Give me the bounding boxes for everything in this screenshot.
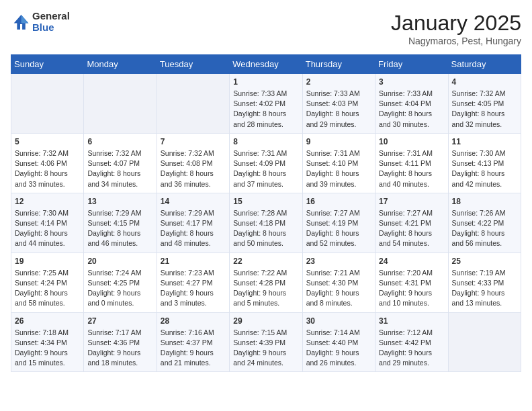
header-day: Friday: [375, 55, 448, 74]
day-info: Sunrise: 7:24 AMSunset: 4:25 PMDaylight:…: [87, 268, 152, 309]
calendar-cell: [157, 74, 229, 134]
day-info: Sunrise: 7:29 AMSunset: 4:15 PMDaylight:…: [87, 208, 152, 249]
day-info: Sunrise: 7:15 AMSunset: 4:39 PMDaylight:…: [233, 328, 298, 369]
day-number: 24: [379, 257, 444, 266]
day-info: Sunrise: 7:26 AMSunset: 4:22 PMDaylight:…: [452, 208, 517, 249]
calendar-cell: 15Sunrise: 7:28 AMSunset: 4:18 PMDayligh…: [230, 193, 302, 253]
day-info: Sunrise: 7:31 AMSunset: 4:10 PMDaylight:…: [306, 148, 371, 189]
day-info: Sunrise: 7:21 AMSunset: 4:30 PMDaylight:…: [306, 268, 371, 309]
calendar-cell: 21Sunrise: 7:23 AMSunset: 4:27 PMDayligh…: [157, 253, 229, 312]
day-info: Sunrise: 7:19 AMSunset: 4:33 PMDaylight:…: [452, 268, 517, 309]
calendar-body: 1Sunrise: 7:33 AMSunset: 4:02 PMDaylight…: [11, 74, 521, 372]
calendar-cell: 29Sunrise: 7:15 AMSunset: 4:39 PMDayligh…: [230, 312, 302, 372]
day-number: 30: [306, 316, 371, 326]
day-number: 26: [15, 316, 80, 326]
svg-marker-1: [21, 15, 29, 23]
month-title: January 2025: [391, 11, 521, 36]
day-number: 9: [306, 137, 371, 146]
day-info: Sunrise: 7:23 AMSunset: 4:27 PMDaylight:…: [161, 268, 226, 309]
day-number: 3: [379, 77, 444, 87]
day-number: 7: [161, 137, 226, 146]
header-day: Monday: [84, 55, 157, 74]
calendar-cell: 4Sunrise: 7:32 AMSunset: 4:05 PMDaylight…: [448, 74, 521, 134]
calendar-cell: 25Sunrise: 7:19 AMSunset: 4:33 PMDayligh…: [448, 253, 521, 312]
day-info: Sunrise: 7:32 AMSunset: 4:08 PMDaylight:…: [161, 148, 226, 189]
day-info: Sunrise: 7:32 AMSunset: 4:05 PMDaylight:…: [452, 89, 517, 130]
day-number: 15: [233, 197, 298, 206]
calendar-cell: 20Sunrise: 7:24 AMSunset: 4:25 PMDayligh…: [84, 253, 157, 312]
header-day: Thursday: [302, 55, 375, 74]
day-number: 21: [161, 257, 226, 266]
header-day: Tuesday: [157, 55, 229, 74]
calendar-cell: 24Sunrise: 7:20 AMSunset: 4:31 PMDayligh…: [375, 253, 448, 312]
calendar-cell: 5Sunrise: 7:32 AMSunset: 4:06 PMDaylight…: [11, 133, 84, 193]
day-info: Sunrise: 7:18 AMSunset: 4:34 PMDaylight:…: [15, 328, 80, 369]
calendar-week-row: 5Sunrise: 7:32 AMSunset: 4:06 PMDaylight…: [11, 133, 521, 193]
day-info: Sunrise: 7:31 AMSunset: 4:11 PMDaylight:…: [379, 148, 444, 189]
calendar-cell: 26Sunrise: 7:18 AMSunset: 4:34 PMDayligh…: [11, 312, 84, 372]
day-number: 16: [306, 197, 371, 206]
calendar-cell: 3Sunrise: 7:33 AMSunset: 4:04 PMDaylight…: [375, 74, 448, 134]
day-info: Sunrise: 7:17 AMSunset: 4:36 PMDaylight:…: [87, 328, 152, 369]
logo: General Blue: [11, 11, 70, 33]
calendar-cell: 18Sunrise: 7:26 AMSunset: 4:22 PMDayligh…: [448, 193, 521, 253]
day-number: 5: [15, 137, 80, 146]
calendar-cell: 14Sunrise: 7:29 AMSunset: 4:17 PMDayligh…: [157, 193, 229, 253]
day-number: 14: [161, 197, 226, 206]
day-number: 10: [379, 137, 444, 146]
day-info: Sunrise: 7:16 AMSunset: 4:37 PMDaylight:…: [161, 328, 226, 369]
calendar-week-row: 26Sunrise: 7:18 AMSunset: 4:34 PMDayligh…: [11, 312, 521, 372]
location: Nagymaros, Pest, Hungary: [391, 36, 521, 46]
day-number: 1: [233, 77, 298, 87]
calendar-cell: 31Sunrise: 7:12 AMSunset: 4:42 PMDayligh…: [375, 312, 448, 372]
header-row: SundayMondayTuesdayWednesdayThursdayFrid…: [11, 55, 521, 74]
day-number: 18: [452, 197, 517, 206]
calendar-cell: 28Sunrise: 7:16 AMSunset: 4:37 PMDayligh…: [157, 312, 229, 372]
day-info: Sunrise: 7:27 AMSunset: 4:19 PMDaylight:…: [306, 208, 371, 249]
calendar-cell: [11, 74, 84, 134]
day-number: 11: [452, 137, 517, 146]
calendar-table: SundayMondayTuesdayWednesdayThursdayFrid…: [11, 54, 521, 372]
calendar-cell: 19Sunrise: 7:25 AMSunset: 4:24 PMDayligh…: [11, 253, 84, 312]
calendar-header: SundayMondayTuesdayWednesdayThursdayFrid…: [11, 55, 521, 74]
day-info: Sunrise: 7:14 AMSunset: 4:40 PMDaylight:…: [306, 328, 371, 369]
calendar-cell: 23Sunrise: 7:21 AMSunset: 4:30 PMDayligh…: [302, 253, 375, 312]
day-info: Sunrise: 7:28 AMSunset: 4:18 PMDaylight:…: [233, 208, 298, 249]
page-header: General Blue January 2025 Nagymaros, Pes…: [11, 11, 521, 46]
day-number: 29: [233, 316, 298, 326]
day-info: Sunrise: 7:32 AMSunset: 4:06 PMDaylight:…: [15, 148, 80, 189]
calendar-cell: 12Sunrise: 7:30 AMSunset: 4:14 PMDayligh…: [11, 193, 84, 253]
day-number: 25: [452, 257, 517, 266]
calendar-cell: 27Sunrise: 7:17 AMSunset: 4:36 PMDayligh…: [84, 312, 157, 372]
logo-text: General Blue: [32, 11, 70, 33]
calendar-week-row: 1Sunrise: 7:33 AMSunset: 4:02 PMDaylight…: [11, 74, 521, 134]
day-info: Sunrise: 7:29 AMSunset: 4:17 PMDaylight:…: [161, 208, 226, 249]
calendar-cell: 10Sunrise: 7:31 AMSunset: 4:11 PMDayligh…: [375, 133, 448, 193]
logo-blue: Blue: [32, 22, 70, 34]
day-info: Sunrise: 7:27 AMSunset: 4:21 PMDaylight:…: [379, 208, 444, 249]
calendar-cell: [448, 312, 521, 372]
day-number: 4: [452, 77, 517, 87]
day-info: Sunrise: 7:30 AMSunset: 4:14 PMDaylight:…: [15, 208, 80, 249]
day-number: 8: [233, 137, 298, 146]
day-info: Sunrise: 7:31 AMSunset: 4:09 PMDaylight:…: [233, 148, 298, 189]
day-number: 31: [379, 316, 444, 326]
day-info: Sunrise: 7:12 AMSunset: 4:42 PMDaylight:…: [379, 328, 444, 369]
header-day: Saturday: [448, 55, 521, 74]
calendar-cell: 13Sunrise: 7:29 AMSunset: 4:15 PMDayligh…: [84, 193, 157, 253]
calendar-cell: 8Sunrise: 7:31 AMSunset: 4:09 PMDaylight…: [230, 133, 302, 193]
day-info: Sunrise: 7:33 AMSunset: 4:04 PMDaylight:…: [379, 89, 444, 130]
day-number: 19: [15, 257, 80, 266]
calendar-cell: 16Sunrise: 7:27 AMSunset: 4:19 PMDayligh…: [302, 193, 375, 253]
day-number: 2: [306, 77, 371, 87]
calendar-cell: 11Sunrise: 7:30 AMSunset: 4:13 PMDayligh…: [448, 133, 521, 193]
logo-general: General: [32, 11, 70, 22]
calendar-cell: 6Sunrise: 7:32 AMSunset: 4:07 PMDaylight…: [84, 133, 157, 193]
calendar-cell: 2Sunrise: 7:33 AMSunset: 4:03 PMDaylight…: [302, 74, 375, 134]
day-number: 20: [87, 257, 152, 266]
day-number: 6: [87, 137, 152, 146]
day-number: 13: [87, 197, 152, 206]
day-info: Sunrise: 7:33 AMSunset: 4:03 PMDaylight:…: [306, 89, 371, 130]
day-number: 27: [87, 316, 152, 326]
day-info: Sunrise: 7:32 AMSunset: 4:07 PMDaylight:…: [87, 148, 152, 189]
